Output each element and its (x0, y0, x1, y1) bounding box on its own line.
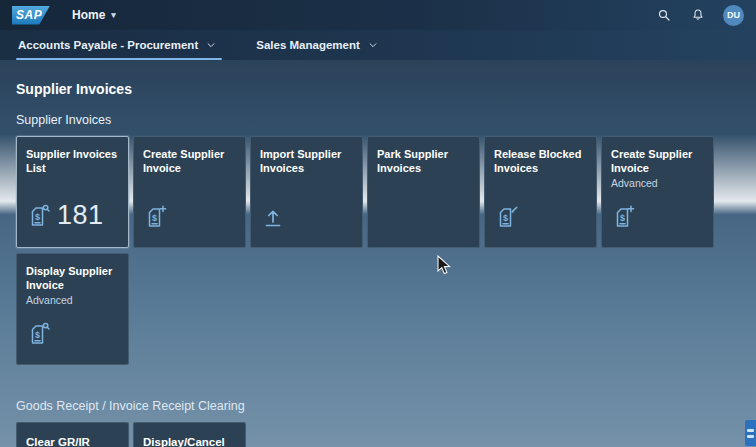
svg-text:$: $ (152, 213, 157, 223)
svg-text:$: $ (35, 330, 40, 340)
tile-row-3: Clear GR/IR Clear- Display/Cancel (16, 422, 740, 447)
tile-title: Create Supplier Invoice (611, 147, 704, 176)
tile-title: Clear GR/IR Clear- (26, 435, 119, 447)
caret-down-icon: ▾ (111, 10, 116, 20)
section-title-supplier-invoices: Supplier Invoices (16, 113, 740, 127)
tile-subtitle: Advanced (611, 177, 704, 191)
avatar-initials: DU (727, 10, 740, 20)
invoice-search-icon: $ (27, 322, 51, 346)
space-tab-bar: Accounts Payable - Procurement Sales Man… (0, 30, 756, 60)
tab-sales-management[interactable]: Sales Management (254, 39, 380, 60)
tile-create-supplier-invoice[interactable]: Create Supplier Invoice $ (133, 136, 246, 248)
svg-text:$: $ (503, 213, 508, 223)
tile-supplier-invoices-list[interactable]: Supplier Invoices List $ 181 (16, 136, 129, 248)
edge-extension-widget[interactable] (745, 420, 756, 446)
upload-icon (261, 205, 285, 229)
tab-label: Accounts Payable - Procurement (18, 39, 198, 51)
svg-text:$: $ (620, 213, 625, 223)
chevron-down-icon (206, 40, 216, 50)
tile-import-supplier-invoices[interactable]: Import Supplier Invoices (250, 136, 363, 248)
tile-park-supplier-invoices[interactable]: Park Supplier Invoices (367, 136, 480, 248)
chevron-down-icon (368, 40, 378, 50)
tile-title: Supplier Invoices List (26, 147, 119, 176)
notifications-bell-icon[interactable] (689, 6, 707, 24)
sap-logo[interactable]: SAP (12, 6, 50, 25)
svg-text:$: $ (35, 212, 40, 222)
tile-title: Display/Cancel (143, 435, 236, 447)
invoice-add-icon: $ (612, 205, 636, 229)
tile-title: Create Supplier Invoice (143, 147, 236, 176)
tile-row-2: Display Supplier Invoice Advanced $ (16, 253, 740, 365)
tile-count: 181 (57, 202, 104, 229)
tile-title: Park Supplier Invoices (377, 147, 470, 176)
tile-display-cancel[interactable]: Display/Cancel (133, 422, 246, 447)
invoice-add-icon: $ (144, 205, 168, 229)
home-menu-label: Home (72, 8, 105, 22)
section-title-grir-clearing: Goods Receipt / Invoice Receipt Clearing (16, 399, 740, 413)
tile-title: Import Supplier Invoices (260, 147, 353, 176)
tile-row-1: Supplier Invoices List $ 181 Create Supp… (16, 136, 740, 248)
user-avatar[interactable]: DU (723, 5, 744, 26)
search-icon[interactable] (655, 6, 673, 24)
tile-subtitle: Advanced (26, 294, 119, 308)
shell-bar: SAP Home ▾ DU (0, 0, 756, 30)
invoice-edit-icon: $ (495, 205, 519, 229)
tile-create-supplier-invoice-advanced[interactable]: Create Supplier Invoice Advanced $ (601, 136, 714, 248)
tile-release-blocked-invoices[interactable]: Release Blocked Invoices $ (484, 136, 597, 248)
invoice-search-icon: $ (27, 204, 51, 228)
home-menu-button[interactable]: Home ▾ (72, 8, 116, 22)
tab-accounts-payable-procurement[interactable]: Accounts Payable - Procurement (16, 39, 218, 60)
page-title: Supplier Invoices (16, 60, 740, 97)
tab-label: Sales Management (256, 39, 360, 51)
tile-clear-grir-clearing[interactable]: Clear GR/IR Clear- (16, 422, 129, 447)
tile-display-supplier-invoice-advanced[interactable]: Display Supplier Invoice Advanced $ (16, 253, 129, 365)
tile-title: Release Blocked Invoices (494, 147, 587, 176)
sap-logo-text: SAP (16, 8, 42, 22)
tile-title: Display Supplier Invoice (26, 264, 119, 293)
